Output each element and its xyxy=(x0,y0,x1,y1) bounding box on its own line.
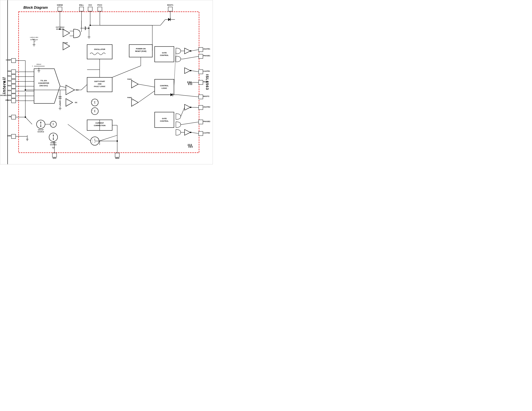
svg-text:−: − xyxy=(132,104,133,105)
and-gate-ovp xyxy=(74,29,80,38)
ugate2-pin-box xyxy=(199,105,203,110)
svg-text:−: − xyxy=(64,34,65,36)
junction-1 xyxy=(59,28,61,30)
svg-text:−: − xyxy=(92,112,93,113)
oscillator-block xyxy=(87,45,112,59)
svg-line-132 xyxy=(174,51,176,87)
enll-label: ENLL xyxy=(79,4,84,6)
resistor-pgnd-1 xyxy=(188,81,192,85)
fb-label: FB xyxy=(9,116,11,118)
junction-3 xyxy=(25,89,26,91)
ssend-label: SSEND xyxy=(57,4,63,6)
vrm10-label: VRM10 xyxy=(5,99,11,101)
phase2-pin-box xyxy=(199,120,203,124)
svg-line-139 xyxy=(25,117,32,124)
phase1-pin-box xyxy=(199,54,203,58)
svg-line-145 xyxy=(99,135,117,141)
dacsel-pin-box xyxy=(11,94,16,98)
ssend-pin-box xyxy=(58,7,62,11)
offset-label2: SOURCE xyxy=(50,144,57,146)
ugate1-pin-box xyxy=(199,47,203,52)
junction-2 xyxy=(90,25,91,26)
vid1-pin-box xyxy=(11,75,16,79)
pwm1-label: PWM1 xyxy=(127,78,132,80)
svg-text:AND: AND xyxy=(98,83,102,85)
driver-lgate2 xyxy=(185,129,190,135)
ovp-while-disabled-label: OVP WHILE xyxy=(56,26,64,28)
comp-pin-box xyxy=(11,58,16,63)
pvcc-pin-box xyxy=(98,7,102,11)
ugate2-label: UGATE2 xyxy=(203,106,210,108)
svg-text:+: + xyxy=(64,29,65,31)
and-gate-gc2-2 xyxy=(176,122,181,128)
svg-line-96 xyxy=(191,132,199,133)
pgnd-pin-box xyxy=(199,80,203,84)
svg-text:LOGIC: LOGIC xyxy=(162,87,167,89)
boot1-label: BOOT1 xyxy=(167,4,173,6)
svg-text:Σ: Σ xyxy=(53,123,54,126)
svg-text:SOFT-START: SOFT-START xyxy=(94,80,105,82)
svg-text:−: − xyxy=(92,103,93,105)
200mv-label: 200mV xyxy=(36,64,41,65)
and-gate-gc1-2 xyxy=(176,56,181,62)
svg-text:GATE: GATE xyxy=(162,52,167,54)
svg-line-100 xyxy=(178,95,199,97)
boot2-label: BOOT2 xyxy=(203,95,209,97)
svg-text:OSCILLATOR: OSCILLATOR xyxy=(94,48,105,50)
phase1-label: PHASE1 xyxy=(203,55,210,57)
svg-text:−: − xyxy=(66,104,67,105)
block-diagram-svg: SSEND ENLL VCC PVCC BOOT1 COMP VID0 xyxy=(0,0,213,164)
svg-line-137 xyxy=(181,122,199,125)
phase2-label: PHASE2 xyxy=(203,121,210,122)
svg-text:RESET (POR): RESET (POR) xyxy=(135,50,146,52)
vcc-label: VCC xyxy=(88,4,92,6)
svg-text:+: + xyxy=(132,81,133,83)
and-gate-gc2-1 xyxy=(176,114,181,120)
boot1-pin-box xyxy=(168,7,172,11)
droop-label2: SOURCE xyxy=(38,131,44,133)
svg-text:−: − xyxy=(132,85,133,87)
svg-line-131 xyxy=(138,91,155,103)
svg-text:GATE: GATE xyxy=(162,118,167,120)
svg-point-91 xyxy=(190,70,191,71)
oc-label: OC xyxy=(75,102,77,103)
svg-text:+: + xyxy=(92,110,93,111)
pwm2-label: PWM2 xyxy=(127,97,132,98)
svg-text:Σ: Σ xyxy=(94,110,96,112)
gnd-pin-box xyxy=(11,134,16,139)
lgate1-label: LGATE1 xyxy=(203,70,210,72)
svg-text:+: + xyxy=(51,122,52,124)
svg-line-135 xyxy=(183,56,199,59)
svg-text:2: 2 xyxy=(95,141,95,143)
driver-lgate1 xyxy=(185,68,190,74)
svg-text:−: − xyxy=(66,92,67,93)
ugate1-label: UGATE1 xyxy=(203,48,210,50)
vid2-pin-box xyxy=(11,79,16,84)
svg-line-125 xyxy=(81,84,87,90)
gnd-label: GND xyxy=(7,135,11,137)
ofs-label: OFS xyxy=(53,157,56,159)
svg-text:+: + xyxy=(32,65,33,67)
lgate1-pin-box xyxy=(199,70,203,74)
svg-text:+: + xyxy=(92,101,93,103)
pgnd-label: PGND xyxy=(203,81,208,83)
svg-text:POWER-ON: POWER-ON xyxy=(136,48,145,50)
voltage-ref-label: 1.65V/1.95V xyxy=(30,37,38,38)
page: 2 intersil ISL6563 Block Diagram SSEND E… xyxy=(0,0,213,164)
boot2-pin-box xyxy=(199,95,203,99)
and-gate-gc2-3 xyxy=(176,129,181,135)
svg-line-94 xyxy=(191,107,199,108)
svg-text:+: + xyxy=(97,101,98,103)
svg-text:(VID DAC): (VID DAC) xyxy=(39,85,48,87)
svg-line-152 xyxy=(160,19,165,25)
junction-4 xyxy=(25,116,26,118)
svg-text:CONVERTER: CONVERTER xyxy=(38,82,49,84)
svg-text:+: + xyxy=(92,141,93,143)
svg-text:CONTROL: CONTROL xyxy=(160,54,169,56)
droop-label: DROOP xyxy=(38,129,44,131)
vid4-pin-box xyxy=(11,89,16,93)
svg-text:TTL D/A: TTL D/A xyxy=(40,80,47,82)
ofs-pin-box xyxy=(52,153,57,157)
and-gate-gc1-1 xyxy=(176,48,181,54)
isen-label: ISEN xyxy=(115,157,119,159)
